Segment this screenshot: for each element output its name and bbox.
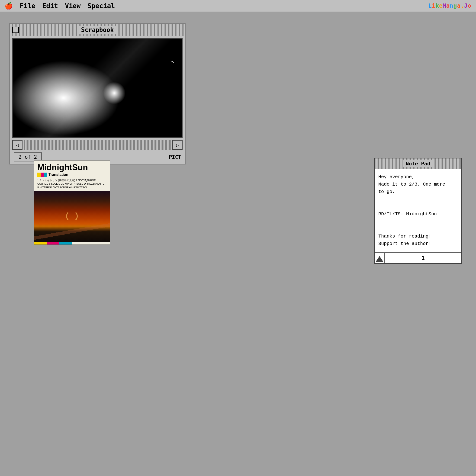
album-footer-bars	[34, 242, 110, 244]
view-menu[interactable]: View	[65, 2, 81, 10]
album-title: MidnightSun	[37, 163, 106, 172]
close-box[interactable]	[12, 27, 19, 33]
edit-menu[interactable]: Edit	[42, 2, 58, 10]
next-arrow-icon: ▷	[176, 143, 179, 148]
road-lines	[34, 221, 110, 242]
album-subtitle-bar: Translation	[37, 172, 106, 177]
footer-bar-yellow	[34, 242, 47, 244]
album-image	[34, 191, 110, 242]
special-menu[interactable]: Special	[87, 2, 115, 10]
next-page-button[interactable]: ▷	[172, 140, 183, 150]
scrapbook-title-bar: Scrapbook	[10, 24, 185, 36]
sun-circle	[66, 210, 78, 222]
scroll-track[interactable]	[24, 140, 171, 150]
notepad-title: Note Pad	[403, 160, 434, 167]
footer-bar-magenta	[47, 242, 59, 244]
notepad-window: Note Pad Hey everyone, Made it to 2/3. O…	[374, 158, 462, 264]
bar-magenta	[41, 172, 44, 177]
notepad-title-bar: Note Pad	[375, 158, 461, 169]
scrapbook-title: Scrapbook	[77, 26, 118, 34]
scrapbook-image-container: ↖	[12, 38, 183, 138]
format-label: PICT	[169, 154, 181, 160]
album-tracks: 1 ミドナイトサン (真夜中の太陽) 2 ПОЛУДЕННОЕ СОЛНЦЕ 3…	[34, 179, 110, 191]
album-subtitle: Translation	[49, 172, 68, 177]
notepad-content[interactable]: Hey everyone, Made it to 2/3. One more t…	[375, 169, 461, 252]
color-bars	[37, 172, 47, 177]
bar-cyan	[44, 172, 47, 177]
footer-bar-empty	[72, 242, 110, 244]
notepad-page-number: 1	[385, 255, 461, 261]
menu-bar: 🍎 File Edit View Special LikeManga.Jo	[0, 0, 476, 12]
notepad-footer: 1	[375, 252, 461, 263]
corner-triangle-icon	[376, 256, 383, 262]
scroll-bar-area: ◁ ▷	[12, 140, 183, 150]
manga-image	[13, 39, 182, 137]
scrapbook-content: ↖ ◁ ▷ 2 of 2 PICT	[10, 36, 185, 164]
prev-arrow-icon: ◁	[16, 143, 19, 148]
file-menu[interactable]: File	[20, 2, 35, 10]
apple-menu[interactable]: 🍎	[5, 2, 13, 10]
album-title-area: MidnightSun Translation	[34, 161, 110, 179]
album-cover: MidnightSun Translation 1 ミドナイトサン (真夜中の太…	[34, 160, 110, 245]
likemanga-logo: LikeManga.Jo	[428, 2, 471, 9]
prev-page-button[interactable]: ◁	[12, 140, 22, 150]
bar-yellow	[37, 172, 41, 177]
scrapbook-window: Scrapbook ↖ ◁ ▷ 2 of 2 PICT	[9, 23, 186, 165]
notepad-corner	[375, 253, 385, 263]
footer-bar-cyan	[59, 242, 72, 244]
